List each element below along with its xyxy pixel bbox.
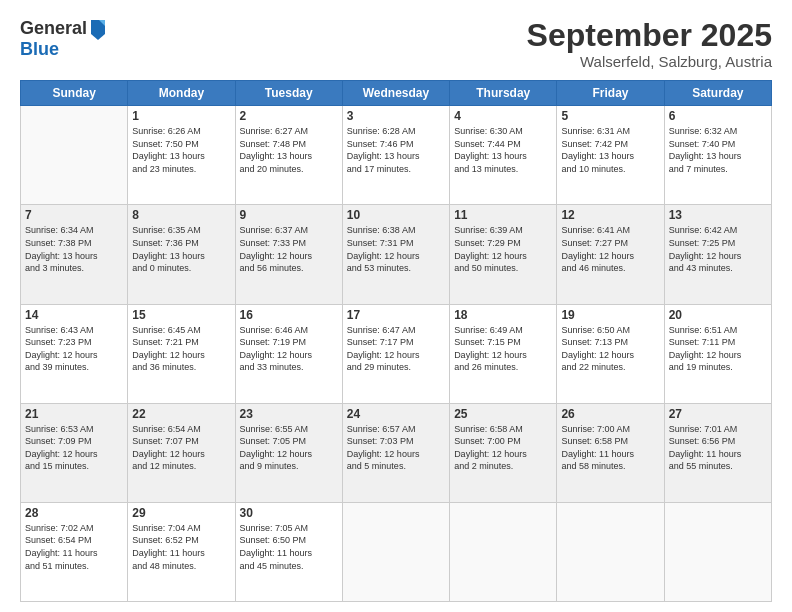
table-row: 7Sunrise: 6:34 AMSunset: 7:38 PMDaylight… xyxy=(21,205,128,304)
table-row: 15Sunrise: 6:45 AMSunset: 7:21 PMDayligh… xyxy=(128,304,235,403)
col-tuesday: Tuesday xyxy=(235,81,342,106)
table-row: 17Sunrise: 6:47 AMSunset: 7:17 PMDayligh… xyxy=(342,304,449,403)
day-number: 12 xyxy=(561,208,659,222)
day-info: Sunrise: 7:01 AMSunset: 6:56 PMDaylight:… xyxy=(669,423,767,473)
page: General Blue September 2025 Walserfeld, … xyxy=(0,0,792,612)
table-row: 19Sunrise: 6:50 AMSunset: 7:13 PMDayligh… xyxy=(557,304,664,403)
day-info: Sunrise: 6:28 AMSunset: 7:46 PMDaylight:… xyxy=(347,125,445,175)
col-wednesday: Wednesday xyxy=(342,81,449,106)
day-number: 21 xyxy=(25,407,123,421)
table-row xyxy=(557,502,664,601)
table-row: 16Sunrise: 6:46 AMSunset: 7:19 PMDayligh… xyxy=(235,304,342,403)
table-row: 6Sunrise: 6:32 AMSunset: 7:40 PMDaylight… xyxy=(664,106,771,205)
day-number: 26 xyxy=(561,407,659,421)
day-number: 3 xyxy=(347,109,445,123)
title-block: September 2025 Walserfeld, Salzburg, Aus… xyxy=(527,18,772,70)
table-row xyxy=(342,502,449,601)
day-info: Sunrise: 6:43 AMSunset: 7:23 PMDaylight:… xyxy=(25,324,123,374)
table-row xyxy=(21,106,128,205)
table-row: 29Sunrise: 7:04 AMSunset: 6:52 PMDayligh… xyxy=(128,502,235,601)
table-row: 26Sunrise: 7:00 AMSunset: 6:58 PMDayligh… xyxy=(557,403,664,502)
day-number: 17 xyxy=(347,308,445,322)
day-number: 18 xyxy=(454,308,552,322)
day-number: 25 xyxy=(454,407,552,421)
day-info: Sunrise: 6:57 AMSunset: 7:03 PMDaylight:… xyxy=(347,423,445,473)
col-thursday: Thursday xyxy=(450,81,557,106)
header: General Blue September 2025 Walserfeld, … xyxy=(20,18,772,70)
day-number: 10 xyxy=(347,208,445,222)
day-number: 28 xyxy=(25,506,123,520)
calendar-week-row: 1Sunrise: 6:26 AMSunset: 7:50 PMDaylight… xyxy=(21,106,772,205)
day-number: 23 xyxy=(240,407,338,421)
day-info: Sunrise: 6:55 AMSunset: 7:05 PMDaylight:… xyxy=(240,423,338,473)
day-number: 9 xyxy=(240,208,338,222)
day-number: 15 xyxy=(132,308,230,322)
table-row: 4Sunrise: 6:30 AMSunset: 7:44 PMDaylight… xyxy=(450,106,557,205)
day-number: 16 xyxy=(240,308,338,322)
day-number: 29 xyxy=(132,506,230,520)
day-info: Sunrise: 6:37 AMSunset: 7:33 PMDaylight:… xyxy=(240,224,338,274)
table-row: 2Sunrise: 6:27 AMSunset: 7:48 PMDaylight… xyxy=(235,106,342,205)
col-sunday: Sunday xyxy=(21,81,128,106)
day-number: 20 xyxy=(669,308,767,322)
day-number: 6 xyxy=(669,109,767,123)
calendar-week-row: 14Sunrise: 6:43 AMSunset: 7:23 PMDayligh… xyxy=(21,304,772,403)
day-info: Sunrise: 6:41 AMSunset: 7:27 PMDaylight:… xyxy=(561,224,659,274)
day-number: 13 xyxy=(669,208,767,222)
calendar-week-row: 7Sunrise: 6:34 AMSunset: 7:38 PMDaylight… xyxy=(21,205,772,304)
col-monday: Monday xyxy=(128,81,235,106)
day-number: 7 xyxy=(25,208,123,222)
table-row: 12Sunrise: 6:41 AMSunset: 7:27 PMDayligh… xyxy=(557,205,664,304)
calendar-header-row: Sunday Monday Tuesday Wednesday Thursday… xyxy=(21,81,772,106)
day-info: Sunrise: 6:51 AMSunset: 7:11 PMDaylight:… xyxy=(669,324,767,374)
day-info: Sunrise: 6:38 AMSunset: 7:31 PMDaylight:… xyxy=(347,224,445,274)
day-number: 2 xyxy=(240,109,338,123)
day-info: Sunrise: 6:30 AMSunset: 7:44 PMDaylight:… xyxy=(454,125,552,175)
day-info: Sunrise: 7:04 AMSunset: 6:52 PMDaylight:… xyxy=(132,522,230,572)
day-info: Sunrise: 6:53 AMSunset: 7:09 PMDaylight:… xyxy=(25,423,123,473)
table-row: 14Sunrise: 6:43 AMSunset: 7:23 PMDayligh… xyxy=(21,304,128,403)
day-info: Sunrise: 6:49 AMSunset: 7:15 PMDaylight:… xyxy=(454,324,552,374)
day-number: 27 xyxy=(669,407,767,421)
day-number: 14 xyxy=(25,308,123,322)
day-info: Sunrise: 6:27 AMSunset: 7:48 PMDaylight:… xyxy=(240,125,338,175)
calendar-table: Sunday Monday Tuesday Wednesday Thursday… xyxy=(20,80,772,602)
table-row: 1Sunrise: 6:26 AMSunset: 7:50 PMDaylight… xyxy=(128,106,235,205)
day-info: Sunrise: 7:05 AMSunset: 6:50 PMDaylight:… xyxy=(240,522,338,572)
calendar-week-row: 21Sunrise: 6:53 AMSunset: 7:09 PMDayligh… xyxy=(21,403,772,502)
logo: General Blue xyxy=(20,18,107,60)
table-row: 10Sunrise: 6:38 AMSunset: 7:31 PMDayligh… xyxy=(342,205,449,304)
logo-general: General xyxy=(20,19,87,39)
day-number: 30 xyxy=(240,506,338,520)
day-info: Sunrise: 6:39 AMSunset: 7:29 PMDaylight:… xyxy=(454,224,552,274)
logo-blue: Blue xyxy=(20,40,107,60)
day-info: Sunrise: 6:46 AMSunset: 7:19 PMDaylight:… xyxy=(240,324,338,374)
table-row: 30Sunrise: 7:05 AMSunset: 6:50 PMDayligh… xyxy=(235,502,342,601)
day-info: Sunrise: 6:50 AMSunset: 7:13 PMDaylight:… xyxy=(561,324,659,374)
day-info: Sunrise: 6:54 AMSunset: 7:07 PMDaylight:… xyxy=(132,423,230,473)
table-row xyxy=(450,502,557,601)
day-info: Sunrise: 6:35 AMSunset: 7:36 PMDaylight:… xyxy=(132,224,230,274)
table-row: 3Sunrise: 6:28 AMSunset: 7:46 PMDaylight… xyxy=(342,106,449,205)
day-info: Sunrise: 7:02 AMSunset: 6:54 PMDaylight:… xyxy=(25,522,123,572)
col-saturday: Saturday xyxy=(664,81,771,106)
table-row: 13Sunrise: 6:42 AMSunset: 7:25 PMDayligh… xyxy=(664,205,771,304)
day-info: Sunrise: 6:34 AMSunset: 7:38 PMDaylight:… xyxy=(25,224,123,274)
table-row xyxy=(664,502,771,601)
day-number: 24 xyxy=(347,407,445,421)
day-number: 8 xyxy=(132,208,230,222)
table-row: 5Sunrise: 6:31 AMSunset: 7:42 PMDaylight… xyxy=(557,106,664,205)
day-number: 19 xyxy=(561,308,659,322)
table-row: 24Sunrise: 6:57 AMSunset: 7:03 PMDayligh… xyxy=(342,403,449,502)
calendar-week-row: 28Sunrise: 7:02 AMSunset: 6:54 PMDayligh… xyxy=(21,502,772,601)
table-row: 25Sunrise: 6:58 AMSunset: 7:00 PMDayligh… xyxy=(450,403,557,502)
table-row: 21Sunrise: 6:53 AMSunset: 7:09 PMDayligh… xyxy=(21,403,128,502)
day-number: 1 xyxy=(132,109,230,123)
day-info: Sunrise: 6:47 AMSunset: 7:17 PMDaylight:… xyxy=(347,324,445,374)
day-info: Sunrise: 6:58 AMSunset: 7:00 PMDaylight:… xyxy=(454,423,552,473)
logo-icon xyxy=(89,16,107,40)
location: Walserfeld, Salzburg, Austria xyxy=(527,53,772,70)
day-info: Sunrise: 6:31 AMSunset: 7:42 PMDaylight:… xyxy=(561,125,659,175)
table-row: 8Sunrise: 6:35 AMSunset: 7:36 PMDaylight… xyxy=(128,205,235,304)
day-info: Sunrise: 6:32 AMSunset: 7:40 PMDaylight:… xyxy=(669,125,767,175)
